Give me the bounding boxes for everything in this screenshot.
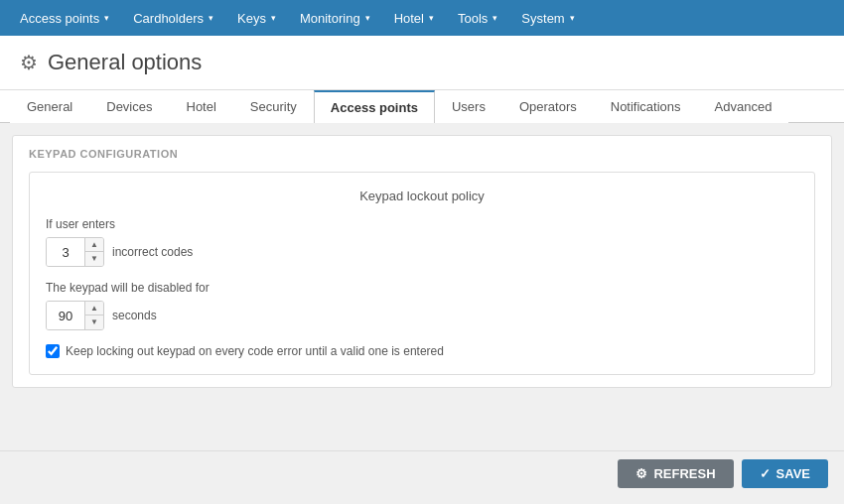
keypad-config-section: KEYPAD CONFIGURATION Keypad lockout poli…	[12, 135, 832, 388]
tab-general[interactable]: General	[10, 90, 89, 123]
keep-locking-checkbox[interactable]	[46, 344, 60, 358]
nav-monitoring[interactable]: Monitoring ▾	[288, 0, 382, 36]
refresh-icon: ⚙	[635, 466, 647, 481]
nav-system-caret: ▾	[570, 13, 575, 23]
tab-access-points[interactable]: Access points	[314, 90, 435, 123]
tab-notifications[interactable]: Notifications	[594, 90, 698, 123]
nav-access-points-caret: ▾	[104, 13, 109, 23]
field1-suffix: incorrect codes	[112, 245, 193, 259]
incorrect-codes-increment[interactable]: ▲	[85, 238, 103, 252]
seconds-input[interactable]	[47, 302, 84, 329]
incorrect-codes-decrement[interactable]: ▼	[85, 252, 103, 266]
field1-input-row: ▲ ▼ incorrect codes	[46, 237, 798, 267]
policy-title: Keypad lockout policy	[46, 189, 798, 203]
gear-icon: ⚙	[20, 51, 38, 74]
refresh-button[interactable]: ⚙ REFRESH	[618, 459, 733, 488]
field2-input-row: ▲ ▼ seconds	[46, 301, 798, 330]
nav-hotel[interactable]: Hotel ▾	[382, 0, 446, 36]
incorrect-codes-spinner-btns: ▲ ▼	[84, 238, 103, 266]
page-header: ⚙ General options	[0, 36, 844, 90]
policy-box: Keypad lockout policy If user enters ▲ ▼…	[29, 172, 815, 375]
nav-cardholders[interactable]: Cardholders ▾	[121, 0, 225, 36]
nav-system[interactable]: System ▾	[509, 0, 586, 36]
seconds-decrement[interactable]: ▼	[85, 315, 103, 329]
nav-cardholders-caret: ▾	[209, 13, 213, 23]
field-disabled-seconds: The keypad will be disabled for ▲ ▼ seco…	[46, 281, 798, 330]
seconds-spinner-btns: ▲ ▼	[84, 302, 103, 329]
nav-keys[interactable]: Keys ▾	[225, 0, 288, 36]
nav-access-points[interactable]: Access points ▾	[8, 0, 121, 36]
nav-hotel-caret: ▾	[429, 13, 434, 23]
tab-hotel[interactable]: Hotel	[170, 90, 233, 123]
nav-monitoring-caret: ▾	[365, 13, 370, 23]
save-button[interactable]: ✓ SAVE	[742, 459, 828, 488]
nav-tools-caret: ▾	[492, 13, 497, 23]
field2-label: The keypad will be disabled for	[46, 281, 798, 295]
field2-suffix: seconds	[112, 309, 157, 322]
field-incorrect-codes: If user enters ▲ ▼ incorrect codes	[46, 217, 798, 267]
seconds-increment[interactable]: ▲	[85, 302, 103, 315]
section-title: KEYPAD CONFIGURATION	[29, 148, 815, 160]
tab-users[interactable]: Users	[435, 90, 502, 123]
tab-advanced[interactable]: Advanced	[698, 90, 789, 123]
tab-devices[interactable]: Devices	[89, 90, 169, 123]
tab-operators[interactable]: Operators	[502, 90, 594, 123]
keep-locking-label[interactable]: Keep locking out keypad on every code er…	[66, 344, 444, 358]
footer-bar: ⚙ REFRESH ✓ SAVE	[0, 450, 844, 495]
keep-locking-row: Keep locking out keypad on every code er…	[46, 344, 798, 358]
main-scroll-area[interactable]: KEYPAD CONFIGURATION Keypad lockout poli…	[0, 123, 844, 450]
top-nav: Access points ▾ Cardholders ▾ Keys ▾ Mon…	[0, 0, 844, 36]
incorrect-codes-input[interactable]	[47, 238, 84, 266]
seconds-spinner[interactable]: ▲ ▼	[46, 301, 104, 330]
nav-tools[interactable]: Tools ▾	[446, 0, 509, 36]
check-icon: ✓	[760, 466, 771, 481]
nav-keys-caret: ▾	[271, 13, 276, 23]
page-title: General options	[48, 50, 202, 75]
field1-label: If user enters	[46, 217, 798, 231]
tabs-bar: General Devices Hotel Security Access po…	[0, 90, 844, 123]
tab-security[interactable]: Security	[233, 90, 314, 123]
incorrect-codes-spinner[interactable]: ▲ ▼	[46, 237, 104, 267]
